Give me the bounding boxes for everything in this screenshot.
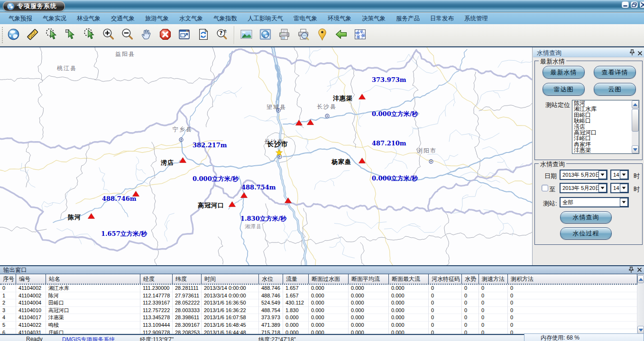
grid-cell: 488.746 bbox=[259, 292, 283, 300]
grid-column-header[interactable]: 流量 bbox=[283, 274, 309, 284]
title-tab[interactable]: 专项服务系统 bbox=[3, 1, 65, 11]
grid-column-header[interactable]: 测速方法 bbox=[479, 274, 508, 284]
refresh-tool-button[interactable] bbox=[193, 25, 212, 45]
close-button[interactable] bbox=[640, 1, 644, 8]
grid-column-header[interactable]: 河水特征码 bbox=[429, 274, 462, 284]
hour-to-combo[interactable]: 14 bbox=[610, 183, 629, 193]
station-list-item[interactable]: 湘江水库 bbox=[574, 106, 631, 112]
scroll-up-button[interactable] bbox=[632, 100, 639, 108]
latest-water-button[interactable]: 最新水情 bbox=[543, 66, 585, 79]
status-app-name[interactable]: DMGIS专项服务系统 bbox=[62, 336, 115, 341]
grid-scroll-up-button[interactable] bbox=[637, 275, 644, 283]
export-image-button[interactable] bbox=[237, 25, 256, 45]
select-lasso-tool-button[interactable] bbox=[80, 25, 99, 45]
grid-cell: 0 bbox=[508, 322, 637, 329]
combo-arrow-icon[interactable] bbox=[598, 184, 607, 192]
grid-column-header[interactable]: 测积方法 bbox=[508, 274, 637, 284]
grid-row-3[interactable]: 341104010高冠河口112.75722228.0033332013/1/6… bbox=[0, 307, 637, 314]
grid-cell: 2013/1/6 16:44:48 bbox=[202, 329, 259, 334]
menu-item-13[interactable]: 日常发布 bbox=[425, 13, 459, 24]
full-extent-tool-button[interactable] bbox=[175, 25, 193, 45]
minimize-button[interactable] bbox=[622, 1, 629, 8]
water-query-button[interactable]: 水情查询 bbox=[560, 211, 612, 224]
cloud-chart-button[interactable]: 云图 bbox=[594, 83, 636, 96]
restore-button[interactable] bbox=[631, 1, 638, 8]
zoom-out-tool-button[interactable] bbox=[118, 25, 137, 45]
measure-tool-button[interactable] bbox=[23, 25, 42, 45]
water-level-process-button[interactable]: 水位过程 bbox=[560, 227, 612, 240]
menu-item-14[interactable]: 系统管理 bbox=[459, 13, 493, 24]
station-list-scrollbar[interactable] bbox=[632, 100, 639, 153]
grid-column-header[interactable]: 断面平均流 bbox=[349, 274, 389, 284]
grid-cell: 2013/3/14 0:00:00 bbox=[202, 292, 259, 300]
menu-item-12[interactable]: 服务产品 bbox=[391, 13, 425, 24]
grid-cell: 0.000 bbox=[389, 307, 429, 314]
print-preview-button[interactable] bbox=[294, 25, 313, 45]
date-from-combo[interactable]: 2013年 5月20日 bbox=[560, 170, 607, 180]
menu-item-4[interactable]: 交通气象 bbox=[106, 13, 140, 24]
grid-column-header[interactable]: 断面最大流 bbox=[389, 274, 429, 284]
grid-column-header[interactable]: 水势 bbox=[462, 274, 479, 284]
combo-arrow-icon[interactable] bbox=[620, 184, 628, 192]
grid-row-0[interactable]: 041104002湘江水库111.23000028.2811112013/3/1… bbox=[0, 285, 637, 292]
station-list-item[interactable]: 耿峪口 bbox=[574, 118, 631, 124]
menu-item-8[interactable]: 人工影响天气 bbox=[242, 13, 288, 24]
grid-column-header[interactable]: 经度 bbox=[140, 274, 173, 284]
grid-column-header[interactable]: 纬度 bbox=[173, 274, 202, 284]
pan-tool-button[interactable] bbox=[137, 25, 156, 45]
station-list-item[interactable]: 沣惠渠 bbox=[574, 147, 631, 153]
station-locate-label: 测站定位 bbox=[545, 101, 570, 109]
grid-row-5[interactable]: 541104022鸣犊113.10944428.3091672013/1/6 1… bbox=[0, 322, 637, 329]
menu-item-2[interactable]: 气象实况 bbox=[37, 13, 72, 24]
menu-item-11[interactable]: 决策气象 bbox=[357, 13, 391, 24]
station-list-item[interactable]: 沣峪口 bbox=[574, 135, 631, 141]
map-view[interactable]: 益阳县桃江县望城县长沙县宁乡县长沙市浏阳市湘潭县沣惠渠涝店高冠河口陈河杨家蛊长沙… bbox=[0, 47, 532, 265]
print-button[interactable] bbox=[275, 25, 294, 45]
grid-row-4[interactable]: 441104017沣惠渠113.34527828.3986112013/1/6 … bbox=[0, 314, 637, 322]
menu-item-3[interactable]: 林业气象 bbox=[72, 13, 106, 24]
grid-column-header[interactable]: 站名 bbox=[46, 274, 140, 284]
combo-arrow-icon[interactable] bbox=[598, 170, 607, 179]
panel-close-icon[interactable] bbox=[637, 49, 643, 58]
grid-column-header[interactable]: 序号 bbox=[0, 274, 16, 284]
menu-item-5[interactable]: 旅游气象 bbox=[140, 13, 174, 24]
date-to-combo[interactable]: 2013年 5月20日 bbox=[560, 183, 607, 193]
station-listbox[interactable]: 陈河湘江水库田峪口耿峪口涝店高冠河口沣峪口冉家坪沣惠渠 bbox=[572, 100, 639, 154]
grid-column-header[interactable]: 断面过水面 bbox=[309, 274, 349, 284]
combo-arrow-icon[interactable] bbox=[620, 198, 628, 206]
grid-column-header[interactable]: 水位 bbox=[259, 274, 283, 284]
scroll-down-button[interactable] bbox=[632, 145, 639, 153]
zoom-in-tool-button[interactable] bbox=[99, 25, 118, 45]
hour-from-combo[interactable]: 14 bbox=[610, 170, 629, 180]
view-details-button[interactable]: 查看详情 bbox=[594, 66, 636, 79]
menu-item-7[interactable]: 气象指数 bbox=[208, 13, 242, 24]
scroll-thumb[interactable] bbox=[632, 109, 639, 132]
grid-column-header[interactable]: 时间 bbox=[202, 274, 259, 284]
grid-column-header[interactable]: 编号 bbox=[16, 274, 46, 284]
identify-tool-button[interactable]: ± ? bbox=[212, 25, 231, 45]
globe-tool-button[interactable] bbox=[4, 25, 23, 45]
combo-arrow-icon[interactable] bbox=[620, 170, 628, 179]
grid-scroll-down-button[interactable] bbox=[637, 326, 644, 334]
select-circle-tool-button[interactable] bbox=[42, 25, 61, 45]
menu-item-6[interactable]: 水文气象 bbox=[174, 13, 208, 24]
overview-grid-button[interactable] bbox=[350, 25, 369, 45]
menu-item-10[interactable]: 环境气象 bbox=[322, 13, 357, 24]
menu-item-9[interactable]: 雷电气象 bbox=[288, 13, 322, 24]
station-combo[interactable]: 全部 bbox=[560, 197, 629, 207]
grid-scrollbar[interactable] bbox=[637, 274, 644, 335]
select-rect-tool-button[interactable] bbox=[61, 25, 80, 45]
panel-pin-icon[interactable] bbox=[630, 49, 635, 58]
date-range-checkbox[interactable] bbox=[542, 185, 548, 191]
grid-body[interactable]: 041104002湘江水库111.23000028.2811112013/3/1… bbox=[0, 285, 637, 334]
grid-row-2[interactable]: 241104004田峪口112.33916728.0522222013/1/6 … bbox=[0, 299, 637, 307]
go-back-button[interactable] bbox=[331, 25, 350, 45]
locate-pin-button[interactable] bbox=[313, 25, 331, 45]
latest-water-group-label: 最新水情 bbox=[539, 57, 566, 66]
grid-row-1[interactable]: 141104002陈河112.14777827.9736112013/3/14 … bbox=[0, 292, 637, 300]
stop-tool-button[interactable] bbox=[156, 25, 175, 45]
globe-view-button[interactable] bbox=[256, 25, 275, 45]
radar-chart-button[interactable]: 雷达图 bbox=[543, 83, 585, 96]
menu-item-1[interactable]: 气象预报 bbox=[3, 13, 37, 24]
map-station-label: 沣惠渠 bbox=[333, 94, 353, 103]
